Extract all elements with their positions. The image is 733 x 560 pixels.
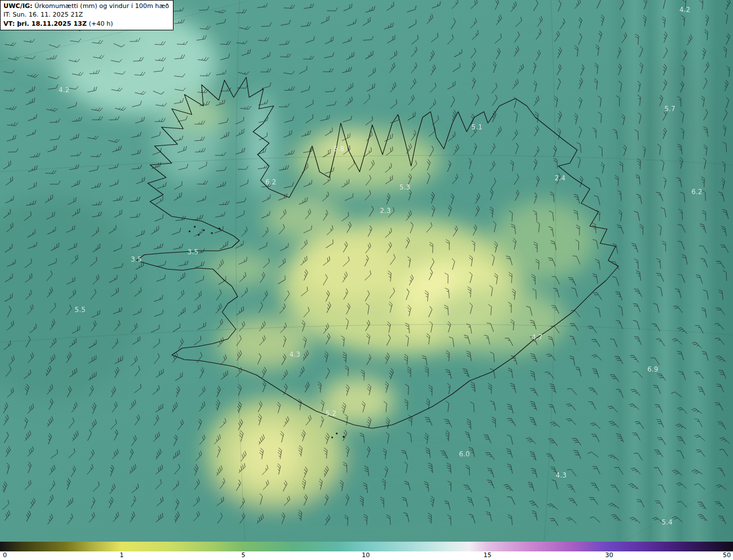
colorbar-tick-row: 01510153050 xyxy=(0,551,733,560)
model-name: UWC/IG: xyxy=(3,2,33,10)
colorbar-gradient xyxy=(0,542,733,551)
valid-time: VT: þri. 18.11.2025 13Z xyxy=(3,20,86,27)
colorbar-tick: 0 xyxy=(3,551,7,559)
init-time-line: IT: Sun. 16. 11. 2025 21Z xyxy=(3,10,169,19)
map-title: Úrkomumætti (mm) og vindur í 100m hæð xyxy=(33,2,170,10)
valid-time-line: VT: þri. 18.11.2025 13Z (+40 h) xyxy=(3,19,169,28)
map-title-line: UWC/IG: Úrkomumætti (mm) og vindur í 100… xyxy=(3,2,169,10)
colorbar-tick: 30 xyxy=(605,551,613,559)
weather-map: 4.24.25.75.15.82.46.25.36.22.33.53.55.54… xyxy=(0,0,733,542)
colorbar: 01510153050 xyxy=(0,542,733,560)
colorbar-tick: 50 xyxy=(723,551,731,559)
colorbar-tick: 5 xyxy=(241,551,245,559)
forecast-offset: (+40 h) xyxy=(86,20,113,27)
colorbar-tick: 10 xyxy=(362,551,370,559)
precipitation-wind-field xyxy=(0,0,733,542)
ocean-band-texture xyxy=(607,0,733,542)
model-info-box: UWC/IG: Úrkomumætti (mm) og vindur í 100… xyxy=(0,0,174,30)
colorbar-tick: 1 xyxy=(120,551,124,559)
colorbar-tick: 15 xyxy=(483,551,491,559)
